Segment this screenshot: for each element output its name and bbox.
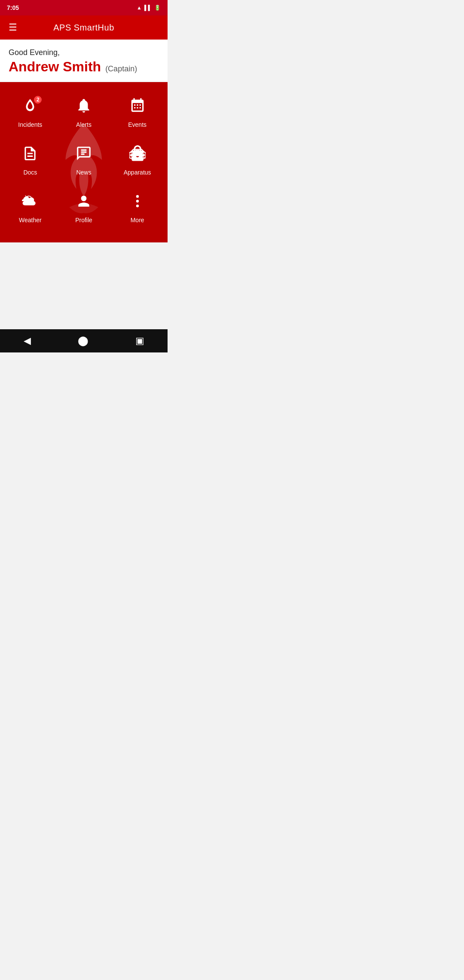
docs-label: Docs bbox=[23, 169, 37, 176]
incidents-label: Incidents bbox=[18, 121, 42, 128]
grid-container: 2IncidentsAlertsEventsDocsNewsApparatusW… bbox=[3, 89, 164, 232]
profile-label: Profile bbox=[75, 217, 92, 224]
weather-icon bbox=[22, 193, 38, 213]
apparatus-label: Apparatus bbox=[124, 169, 151, 176]
navbar: ☰ APS SmartHub bbox=[0, 15, 168, 40]
profile-icon bbox=[76, 193, 92, 213]
alerts-label: Alerts bbox=[76, 121, 92, 128]
svg-point-7 bbox=[136, 205, 138, 207]
status-bar: 7:05 ▲ ▌▌ 🔋 bbox=[0, 0, 168, 15]
news-icon bbox=[76, 145, 92, 165]
more-label: More bbox=[131, 217, 144, 224]
signal-icon: ▌▌ bbox=[144, 5, 152, 11]
wifi-icon: ▲ bbox=[137, 5, 142, 11]
svg-point-5 bbox=[136, 195, 138, 198]
svg-rect-4 bbox=[135, 150, 140, 152]
incidents-badge: 2 bbox=[33, 95, 43, 104]
user-name: Andrew Smith bbox=[9, 59, 101, 75]
greeting-area: Good Evening, Andrew Smith (Captain) bbox=[0, 40, 168, 82]
greeting-text: Good Evening, bbox=[9, 48, 159, 57]
bottom-nav: ◀ ⬤ ▣ bbox=[0, 329, 168, 352]
svg-rect-0 bbox=[130, 154, 145, 156]
grid-panel: 2IncidentsAlertsEventsDocsNewsApparatusW… bbox=[0, 82, 168, 242]
user-row: Andrew Smith (Captain) bbox=[9, 59, 159, 75]
news-label: News bbox=[76, 169, 91, 176]
back-button[interactable]: ◀ bbox=[17, 334, 38, 348]
grid-item-profile[interactable]: Profile bbox=[57, 184, 111, 232]
grid-item-apparatus[interactable]: Apparatus bbox=[110, 137, 164, 184]
grid-item-more[interactable]: More bbox=[110, 184, 164, 232]
more-icon bbox=[129, 193, 146, 213]
apparatus-icon bbox=[129, 145, 146, 165]
navbar-title: APS SmartHub bbox=[53, 23, 114, 33]
recent-button[interactable]: ▣ bbox=[128, 334, 151, 348]
alerts-icon bbox=[76, 98, 92, 118]
events-label: Events bbox=[128, 121, 147, 128]
grid-item-incidents[interactable]: 2Incidents bbox=[3, 89, 57, 137]
svg-point-6 bbox=[136, 200, 138, 202]
body-fill bbox=[0, 242, 168, 329]
hamburger-icon[interactable]: ☰ bbox=[7, 20, 19, 35]
battery-icon: 🔋 bbox=[154, 5, 161, 11]
status-time: 7:05 bbox=[7, 4, 19, 11]
grid-item-news[interactable]: News bbox=[57, 137, 111, 184]
docs-icon bbox=[22, 145, 38, 165]
weather-label: Weather bbox=[19, 217, 42, 224]
grid-item-alerts[interactable]: Alerts bbox=[57, 89, 111, 137]
user-role: (Captain) bbox=[105, 64, 137, 74]
incidents-icon: 2 bbox=[22, 98, 38, 118]
grid-item-events[interactable]: Events bbox=[110, 89, 164, 137]
status-icons: ▲ ▌▌ 🔋 bbox=[137, 5, 161, 11]
grid-item-docs[interactable]: Docs bbox=[3, 137, 57, 184]
events-icon bbox=[129, 98, 146, 118]
grid-item-weather[interactable]: Weather bbox=[3, 184, 57, 232]
home-button[interactable]: ⬤ bbox=[71, 334, 95, 348]
